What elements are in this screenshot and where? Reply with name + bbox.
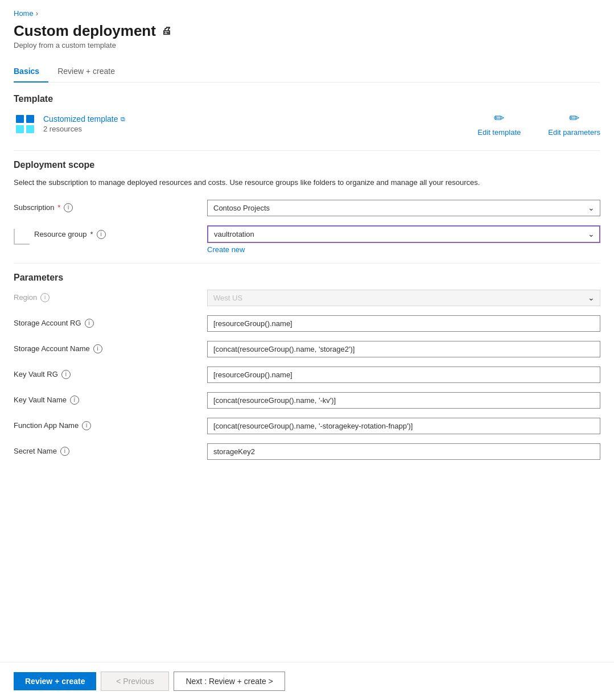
region-row: Region i West US [14,290,600,306]
breadcrumb: Home › [14,9,600,18]
storage-account-rg-control [207,315,600,332]
secret-name-info-icon[interactable]: i [60,447,69,456]
template-icon [14,113,36,135]
key-vault-name-info-icon[interactable]: i [70,396,79,405]
svg-rect-1 [26,115,34,123]
home-link[interactable]: Home [14,9,34,18]
secret-name-control [207,443,600,460]
resource-group-select[interactable]: vaultrotation [207,225,600,243]
external-link-icon: ⧉ [121,116,125,123]
review-create-button[interactable]: Review + create [14,672,96,690]
region-select-wrapper: West US [207,290,600,306]
subscription-required: * [58,204,61,212]
template-name-link[interactable]: Customized template ⧉ [43,114,125,123]
subscription-select[interactable]: Contoso Projects [207,200,600,216]
key-vault-rg-control [207,367,600,383]
key-vault-name-input[interactable] [207,392,600,409]
tab-review-create[interactable]: Review + create [57,61,124,83]
page-title: Custom deployment [14,22,156,40]
footer-bar: Review + create < Previous Next : Review… [0,662,614,700]
next-button[interactable]: Next : Review + create > [174,672,285,691]
region-info-icon[interactable]: i [40,293,50,302]
svg-rect-3 [26,125,34,133]
storage-account-rg-input[interactable] [207,315,600,332]
storage-account-rg-row: Storage Account RG i [14,315,600,332]
resource-group-info-icon[interactable]: i [97,230,106,239]
template-info: Customized template ⧉ 2 resources [14,113,125,135]
subscription-info-icon[interactable]: i [64,203,73,212]
subscription-row: Subscription * i Contoso Projects [14,200,600,216]
region-select[interactable]: West US [207,290,600,306]
edit-template-button[interactable]: ✏ Edit template [477,111,521,137]
region-label: Region i [14,290,207,302]
region-control: West US [207,290,600,306]
tabs-container: Basics Review + create [14,61,600,83]
key-vault-rg-input[interactable] [207,367,600,383]
print-icon[interactable]: 🖨 [162,25,172,37]
edit-parameters-button[interactable]: ✏ Edit parameters [548,111,600,137]
storage-account-rg-info-icon[interactable]: i [85,319,94,328]
template-section: Customized template ⧉ 2 resources ✏ Edit… [14,111,600,137]
function-app-name-info-icon[interactable]: i [82,421,91,430]
key-vault-name-control [207,392,600,409]
storage-account-rg-label: Storage Account RG i [14,315,207,328]
edit-template-pencil-icon: ✏ [494,111,504,126]
function-app-name-label: Function App Name i [14,418,207,430]
divider-2 [14,263,600,263]
subscription-control: Contoso Projects [207,200,600,216]
key-vault-name-row: Key Vault Name i [14,392,600,409]
storage-account-name-label: Storage Account Name i [14,341,207,353]
function-app-name-input[interactable] [207,418,600,434]
svg-rect-0 [16,115,24,123]
resource-group-indent: Resource group * i [14,225,207,245]
storage-account-name-control [207,341,600,357]
resource-group-required: * [90,230,93,238]
svg-rect-2 [16,125,24,133]
template-subtext: 2 resources [43,125,125,133]
breadcrumb-chevron: › [36,9,38,18]
resource-group-select-wrapper: vaultrotation [207,225,600,243]
function-app-name-control [207,418,600,434]
create-new-link[interactable]: Create new [207,245,245,254]
edit-parameters-pencil-icon: ✏ [569,111,579,126]
subscription-select-wrapper: Contoso Projects [207,200,600,216]
page-subtitle: Deploy from a custom template [14,41,600,50]
template-section-title: Template [14,94,600,104]
resource-group-row: Resource group * i vaultrotation Create … [14,225,600,254]
subscription-label: Subscription * i [14,200,207,212]
divider-1 [14,150,600,151]
function-app-name-row: Function App Name i [14,418,600,434]
secret-name-row: Secret Name i [14,443,600,460]
secret-name-input[interactable] [207,443,600,460]
tab-basics[interactable]: Basics [14,61,48,83]
key-vault-rg-label: Key Vault RG i [14,367,207,379]
parameters-section: Parameters Region i West US [14,273,600,460]
resource-group-control: vaultrotation Create new [207,225,600,254]
parameters-title: Parameters [14,273,600,283]
key-vault-rg-info-icon[interactable]: i [61,370,71,379]
scope-description: Select the subscription to manage deploy… [14,177,600,188]
key-vault-name-label: Key Vault Name i [14,392,207,405]
indent-line [14,229,30,245]
storage-account-name-input[interactable] [207,341,600,357]
template-actions: ✏ Edit template ✏ Edit parameters [477,111,600,137]
secret-name-label: Secret Name i [14,443,207,456]
deployment-scope-title: Deployment scope [14,160,600,170]
key-vault-rg-row: Key Vault RG i [14,367,600,383]
storage-account-name-info-icon[interactable]: i [93,344,102,353]
previous-button[interactable]: < Previous [101,672,169,691]
storage-account-name-row: Storage Account Name i [14,341,600,357]
resource-group-label: Resource group * i [34,229,106,239]
